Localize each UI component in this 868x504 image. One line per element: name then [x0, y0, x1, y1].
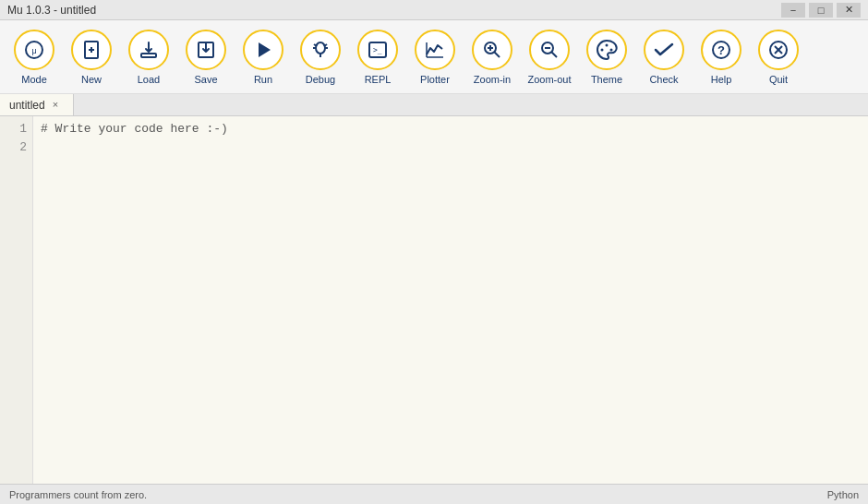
plotter-icon [415, 30, 455, 70]
save-icon [186, 30, 226, 70]
toolbar-debug-button[interactable]: Debug [292, 24, 349, 90]
toolbar-plotter-button[interactable]: Plotter [406, 24, 464, 90]
toolbar-quit-button[interactable]: Quit [750, 24, 807, 90]
mode-icon: μ [14, 30, 54, 70]
tab-close-button[interactable]: × [51, 100, 60, 110]
svg-point-8 [316, 42, 325, 54]
toolbar-load-button[interactable]: Load [120, 24, 177, 90]
toolbar-new-label: New [81, 74, 102, 85]
toolbar-zoom-in-button[interactable]: Zoom-in [464, 24, 521, 90]
toolbar-help-button[interactable]: ?Help [693, 24, 750, 90]
svg-text:>_: >_ [373, 46, 382, 54]
zoom-out-icon [529, 30, 570, 70]
zoom-in-icon [472, 30, 512, 70]
toolbar-save-button[interactable]: Save [177, 24, 235, 90]
quit-icon [758, 30, 799, 70]
toolbar-zoom-out-button[interactable]: Zoom-out [521, 24, 578, 90]
line-number: 1 [19, 120, 27, 138]
toolbar-load-label: Load [138, 74, 160, 85]
tab-label: untitled [9, 99, 45, 112]
toolbar-save-label: Save [194, 74, 217, 85]
toolbar-theme-button[interactable]: Theme [578, 24, 635, 90]
check-icon [644, 30, 684, 70]
run-icon [243, 30, 283, 70]
svg-point-27 [610, 48, 613, 51]
svg-point-26 [606, 43, 609, 46]
load-icon [128, 30, 169, 70]
toolbar-quit-label: Quit [769, 74, 788, 85]
toolbar-help-label: Help [711, 74, 732, 85]
line-numbers: 12 [0, 116, 33, 484]
toolbar-zoom-out-label: Zoom-out [527, 74, 571, 85]
maximize-button[interactable]: □ [809, 3, 833, 18]
toolbar-check-button[interactable]: Check [635, 24, 693, 90]
status-bar: Programmers count from zero. Python [0, 484, 868, 504]
svg-rect-5 [141, 54, 156, 57]
window-controls: − □ ✕ [781, 3, 861, 18]
toolbar-check-label: Check [649, 74, 678, 85]
toolbar-zoom-in-label: Zoom-in [474, 74, 511, 85]
toolbar-repl-button[interactable]: >_REPL [349, 24, 406, 90]
line-number: 2 [19, 138, 27, 157]
svg-marker-7 [259, 42, 271, 57]
toolbar: μModeNewLoadSaveRunDebug>_REPLPlotterZoo… [0, 20, 868, 94]
toolbar-debug-label: Debug [306, 74, 335, 85]
tab-bar: untitled× [0, 94, 868, 116]
svg-text:μ: μ [31, 46, 36, 55]
toolbar-repl-label: REPL [365, 74, 392, 85]
toolbar-theme-label: Theme [591, 74, 622, 85]
status-message: Programmers count from zero. [9, 489, 147, 500]
toolbar-mode-label: Mode [21, 74, 47, 85]
toolbar-plotter-label: Plotter [420, 74, 450, 85]
repl-icon: >_ [357, 30, 398, 70]
svg-line-23 [552, 52, 558, 57]
theme-icon [586, 30, 627, 70]
window-title: Mu 1.0.3 - untitled [7, 4, 96, 17]
help-icon: ? [701, 30, 741, 70]
title-bar: Mu 1.0.3 - untitled − □ ✕ [0, 0, 868, 20]
debug-icon [300, 30, 341, 70]
tab-untitled[interactable]: untitled× [0, 94, 74, 115]
svg-text:?: ? [717, 43, 725, 57]
close-button[interactable]: ✕ [837, 3, 861, 18]
minimize-button[interactable]: − [781, 3, 805, 18]
code-editor[interactable]: # Write your code here :-) [33, 116, 868, 484]
mode-indicator: Python [827, 489, 859, 500]
svg-point-25 [601, 48, 604, 51]
editor-area: 12 # Write your code here :-) [0, 116, 868, 484]
svg-line-19 [495, 52, 500, 57]
toolbar-run-label: Run [254, 74, 272, 85]
toolbar-mode-button[interactable]: μMode [6, 24, 63, 90]
toolbar-run-button[interactable]: Run [235, 24, 292, 90]
toolbar-new-button[interactable]: New [63, 24, 120, 90]
new-icon [71, 30, 112, 70]
